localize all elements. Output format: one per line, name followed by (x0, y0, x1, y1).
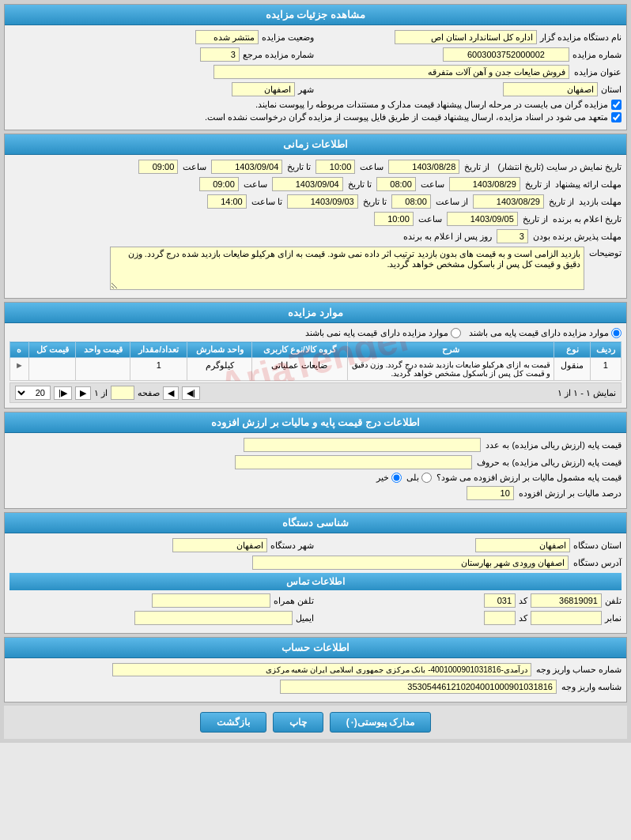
pagination-page-label: صفحه (138, 388, 160, 398)
offer-to-time[interactable] (199, 177, 239, 191)
tax-no-label[interactable]: خیر (376, 473, 402, 483)
winner-from-date[interactable] (447, 212, 518, 226)
mobile-input[interactable] (152, 593, 270, 608)
base-price-num-input[interactable] (244, 438, 481, 452)
per-page-select[interactable]: 20 50 100 (15, 386, 51, 400)
auction-title-label: عنوان مزایده (574, 67, 622, 77)
back-button[interactable]: بازگشت (200, 712, 266, 733)
org-info-body: استان دستگاه شهر دستگاه آدرس دستگاه اطلا… (5, 533, 626, 633)
checkbox1[interactable] (611, 100, 622, 110)
display-from-time[interactable] (316, 160, 355, 174)
checkbox2[interactable] (611, 112, 622, 122)
timing-section: اطلاعات زمانی تاریخ نمایش در سایت (تاریخ… (4, 134, 627, 299)
col-type: نوع (554, 342, 590, 358)
tax-percent-input[interactable] (467, 486, 514, 500)
email-label: ایمیل (296, 613, 314, 623)
phone-input[interactable] (531, 593, 602, 608)
city-input[interactable] (232, 82, 295, 96)
table-container: AriaTender ردیف نوع شرح گروه کالا/نوع کا… (9, 341, 622, 381)
pag-last[interactable]: ▶| (54, 386, 72, 400)
visit-to-time[interactable] (207, 194, 247, 209)
row-type: منقول (554, 358, 590, 381)
auction-title-input[interactable] (213, 65, 569, 79)
offer-date-row: مهلت ارائه پیشنهاد از تاریخ ساعت تا تاری… (9, 177, 622, 191)
mobile-row: تلفن همراه (9, 593, 314, 608)
city-label: شهر (298, 85, 314, 95)
base-price-section: اطلاعات درج قیمت پایه و مالیات بر ارزش ا… (4, 412, 627, 509)
shaba-row: شناسه واریز وجه (9, 680, 622, 694)
pag-first[interactable]: |◀ (182, 386, 200, 400)
phone-code-input[interactable] (484, 593, 516, 608)
offer-from-date[interactable] (449, 177, 520, 191)
col-h: ه (10, 342, 29, 358)
pag-prev[interactable]: ◀ (163, 386, 179, 400)
acceptance-label: مهلت پذیرش برنده بودن (533, 232, 622, 242)
acceptance-value[interactable] (497, 229, 528, 243)
org-city-input[interactable] (172, 538, 267, 552)
visit-to-date[interactable] (287, 194, 358, 209)
org-province-input[interactable] (475, 538, 570, 552)
email-input[interactable] (134, 611, 293, 625)
account-label: شماره حساب واریز وجه (536, 665, 622, 675)
auction-status-input[interactable] (195, 30, 259, 44)
display-from-date[interactable] (388, 160, 459, 174)
offer-to-date[interactable] (272, 177, 343, 191)
org-address-label: آدرس دستگاه (573, 558, 622, 568)
base-price-body: قیمت پایه (ارزش ریالی مزایده) به عدد قیم… (5, 433, 626, 508)
fax-input[interactable] (531, 611, 602, 625)
title-row: عنوان مزایده (9, 65, 622, 79)
radio-yes[interactable] (611, 328, 622, 338)
org-info-header: شناسی دستگاه (5, 513, 626, 533)
radio-no-label[interactable]: موارد مزایده دارای قیمت پایه نمی باشند (305, 328, 460, 338)
checkbox2-text: متعهد می شود در اسناد مزایده، ارسال پیشن… (205, 112, 608, 122)
offer-date-label: مهلت ارائه پیشنهاد (555, 179, 622, 190)
pagination-page-input[interactable] (111, 386, 134, 400)
org-address-input[interactable] (252, 556, 569, 570)
tax-yes-radio[interactable] (421, 473, 432, 483)
account-input[interactable] (112, 663, 531, 676)
notes-input[interactable]: بازدید الزامی است و به قیمت های بدون باز… (110, 247, 584, 290)
winner-from-time[interactable] (374, 212, 414, 226)
pag-next[interactable]: ▶ (75, 386, 91, 400)
col-qty: تعداد/مقدار (130, 342, 187, 358)
fax-code-input[interactable] (484, 611, 516, 625)
display-to-time[interactable] (138, 160, 178, 174)
account-row: شماره حساب واریز وجه (9, 663, 622, 676)
radio-yes-label[interactable]: موارد مزایده دارای قیمت پایه می باشند (469, 328, 622, 338)
tax-no-radio[interactable] (391, 473, 402, 483)
ref-number-input[interactable] (200, 47, 240, 62)
contact-subheader: اطلاعات تماس (9, 573, 622, 590)
org-province-row: استان دستگاه (317, 538, 622, 552)
bank-body: شماره حساب واریز وجه شناسه واریز وجه (5, 658, 626, 702)
radio-no[interactable] (451, 328, 461, 338)
offer-from-time[interactable] (376, 177, 416, 191)
auction-number-input[interactable] (443, 47, 569, 62)
display-to-date[interactable] (211, 160, 282, 174)
items-table: ردیف نوع شرح گروه کالا/نوع کاربری واحد ش… (9, 341, 622, 381)
org-name-row: نام دستگاه مزایده گزار (317, 30, 622, 44)
details-header: مشاهده جزئیات مزایده (5, 5, 626, 25)
shaba-input[interactable] (280, 680, 557, 694)
display-from-label: از تاریخ (464, 162, 489, 172)
timing-body: تاریخ نمایش در سایت (تاریخ انتشار) از تا… (5, 155, 626, 298)
visit-from-date[interactable] (473, 194, 544, 209)
org-name-input[interactable] (395, 30, 537, 44)
row-qty: 1 (130, 358, 187, 381)
documents-button[interactable]: مدارک پیوستی(۰) (330, 712, 431, 733)
base-price-words-row: قیمت پایه (ارزش ریالی مزایده) به حروف (9, 455, 622, 469)
col-row: ردیف (590, 342, 621, 358)
province-input[interactable] (503, 82, 598, 96)
row-total-price (28, 358, 76, 381)
province-row: استان (317, 82, 622, 96)
bank-section: اطلاعات حساب شماره حساب واریز وجه شناسه … (4, 637, 627, 703)
visit-from-time[interactable] (391, 194, 431, 209)
province-label: استان (601, 85, 622, 95)
acceptance-row: مهلت پذیرش برنده بودن روز پس از اعلام به… (9, 229, 622, 243)
auction-number-label: شماره مزایده (572, 50, 622, 60)
base-price-words-input[interactable] (235, 455, 472, 469)
tax-yes-label[interactable]: بلی (406, 473, 432, 483)
pagination-showing: نمایش ۱ - ۱ از ۱ (557, 388, 616, 398)
footer-buttons: مدارک پیوستی(۰) چاپ بازگشت (4, 706, 627, 739)
print-button[interactable]: چاپ (273, 712, 323, 733)
checkbox1-text: مزایده گران می بایست در مرحله ارسال پیشن… (255, 100, 608, 110)
